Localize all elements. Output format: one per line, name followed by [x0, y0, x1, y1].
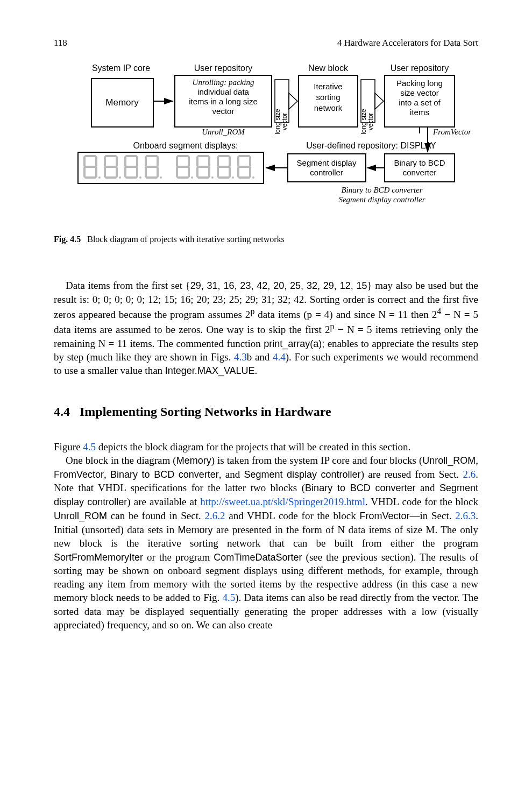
svg-point-41: [160, 176, 162, 179]
svg-point-17: [98, 176, 101, 179]
page-header: 118 4 Hardware Accelerators for Data Sor…: [54, 38, 478, 48]
svg-point-57: [211, 176, 214, 179]
label-long-size-2a: long size: [360, 109, 367, 134]
url-springer[interactable]: http://sweet.ua.pt/skl/Springer2019.html: [200, 496, 365, 507]
section-title-text: Implementing Sorting Networks in Hardwar…: [80, 405, 331, 419]
label-onboard-seg: Onboard segment displays:: [133, 141, 238, 150]
block-diagram: System IP core User repository New block…: [62, 63, 471, 222]
svg-marker-8: [375, 93, 384, 109]
svg-point-33: [139, 176, 141, 179]
label-user-repo-2: User repository: [390, 63, 448, 73]
figure-caption-text: Block diagram of projects with iterative…: [87, 235, 285, 244]
sect-ref-2-6-2[interactable]: 2.6.2: [204, 510, 225, 521]
under-b2bcd-l1: Binary to BCD converter: [341, 186, 422, 194]
paragraph-2: Figure 4.5 depicts the block diagram for…: [54, 440, 478, 454]
box-b2bcd-l2: converter: [402, 168, 436, 177]
sect-ref-2-6-3[interactable]: 2.6.3: [455, 510, 476, 521]
box-unrolling-l1: Unrolling: packing: [192, 78, 254, 87]
fig-ref-4-4[interactable]: 4.4: [273, 351, 286, 363]
box-unrolling-l2: individual data: [197, 87, 250, 96]
sect-ref-2-6[interactable]: 2.6: [463, 469, 476, 480]
box-seg-disp-l1: Segment display: [296, 158, 356, 167]
box-packing-l3: into a set of: [399, 98, 441, 107]
section-number: 4.4: [54, 405, 70, 419]
svg-point-25: [119, 176, 121, 179]
box-memory: Memory: [105, 97, 139, 108]
label-from-vector: FromVector: [432, 128, 471, 136]
box-packing-l1: Packing long: [396, 79, 443, 88]
figure-label: Fig. 4.5: [54, 235, 81, 244]
label-long-size-2b: vector: [367, 113, 374, 131]
page-number: 118: [54, 38, 67, 48]
svg-point-65: [232, 176, 234, 179]
label-user-repo-1: User repository: [194, 63, 252, 73]
svg-point-49: [191, 176, 193, 179]
paragraph-1: Data items from the first set {29, 31, 1…: [54, 279, 478, 378]
svg-point-73: [252, 176, 254, 179]
seven-seg-icon: [84, 156, 254, 179]
label-long-size-1a: long size: [274, 109, 281, 134]
box-unrolling-l4: vector: [212, 107, 234, 116]
label-system-ip: System IP core: [91, 63, 150, 73]
box-unrolling-l3: items in a long size: [189, 97, 258, 106]
label-unroll-rom: Unroll_ROM: [202, 128, 245, 136]
paragraph-3: One block in the diagram (Memory) is tak…: [54, 454, 478, 632]
label-long-size-1b: vector: [281, 113, 288, 131]
box-iterative-l1: Iterative: [314, 82, 342, 91]
box-packing-l4: items: [410, 108, 429, 117]
box-iterative-l2: sorting: [316, 93, 340, 102]
fig-ref-4-5a[interactable]: 4.5: [83, 441, 96, 452]
box-iterative-l3: network: [314, 103, 342, 112]
label-new-block: New block: [308, 63, 349, 73]
fig-ref-4-3[interactable]: 4.3: [234, 351, 247, 363]
fig-ref-4-5b[interactable]: 4.5: [223, 592, 236, 603]
chapter-title: 4 Hardware Accelerators for Data Sort: [337, 38, 478, 48]
box-packing-l2: size vector: [400, 88, 439, 97]
label-user-def-repo: User-defined repository: DISPLAY: [306, 141, 436, 150]
section-heading: 4.4 Implementing Sorting Networks in Har…: [54, 404, 478, 421]
box-seg-disp-l2: controller: [310, 168, 343, 177]
figure-caption: Fig. 4.5 Block diagram of projects with …: [54, 235, 478, 244]
under-b2bcd-l2: Segment display controller: [338, 195, 425, 204]
box-b2bcd-l1: Binary to BCD: [394, 158, 445, 167]
svg-marker-6: [289, 93, 297, 109]
